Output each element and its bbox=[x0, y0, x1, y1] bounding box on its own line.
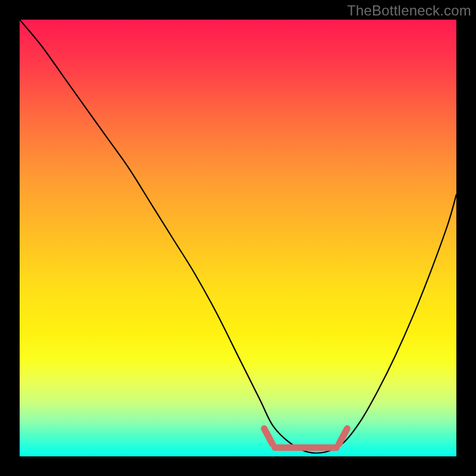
plot-area bbox=[20, 20, 456, 456]
curve-layer bbox=[20, 20, 456, 456]
attribution-text: TheBottleneck.com bbox=[347, 2, 471, 19]
bottleneck-curve bbox=[20, 20, 456, 453]
chart-frame: TheBottleneck.com bbox=[0, 0, 476, 476]
